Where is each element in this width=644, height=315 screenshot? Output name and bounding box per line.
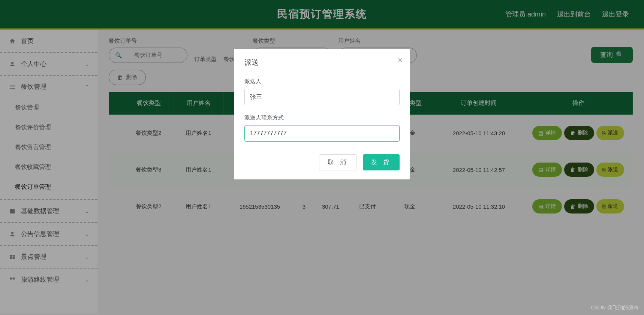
person-input[interactable] — [244, 89, 400, 105]
cancel-button[interactable]: 取 消 — [319, 154, 356, 170]
confirm-button[interactable]: 发 货 — [363, 154, 400, 170]
modal-title: 派送 — [244, 58, 400, 67]
contact-input[interactable] — [244, 125, 400, 142]
watermark: CSDN @飞翔的佩奇 — [591, 305, 639, 311]
modal-actions: 取 消 发 货 — [244, 154, 400, 170]
person-label: 派送人 — [244, 78, 400, 85]
contact-label: 派送人联系方式 — [244, 114, 400, 121]
modal-overlay[interactable]: 派送 × 派送人 派送人联系方式 取 消 发 货 — [0, 0, 644, 315]
dispatch-modal: 派送 × 派送人 派送人联系方式 取 消 发 货 — [234, 49, 410, 179]
close-icon[interactable]: × — [398, 55, 403, 65]
